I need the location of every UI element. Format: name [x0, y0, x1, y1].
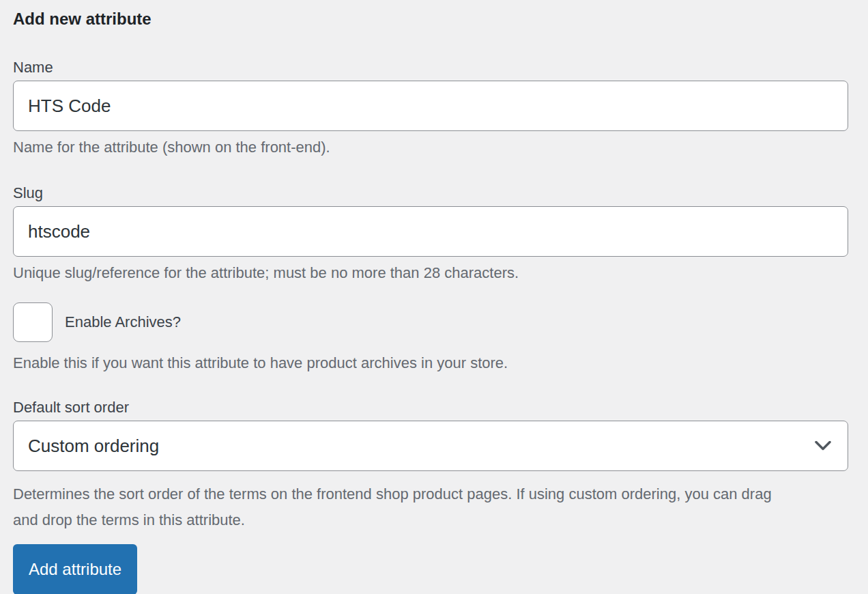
slug-input[interactable]: [13, 206, 848, 257]
name-label: Name: [13, 60, 848, 75]
default-sort-order-selected-value: Custom ordering: [28, 436, 159, 457]
enable-archives-help-text: Enable this if you want this attribute t…: [13, 353, 848, 373]
name-input[interactable]: [13, 81, 848, 131]
add-attribute-form: Add new attribute Name Name for the attr…: [0, 0, 868, 594]
enable-archives-checkbox[interactable]: [13, 302, 53, 342]
chevron-down-icon: [815, 441, 831, 451]
slug-label: Slug: [13, 186, 848, 201]
enable-archives-row: Enable Archives?: [13, 302, 848, 342]
default-sort-order-select[interactable]: Custom ordering: [13, 421, 848, 471]
default-sort-order-help-text: Determines the sort order of the terms o…: [13, 481, 798, 533]
slug-help-text: Unique slug/reference for the attribute;…: [13, 263, 848, 283]
add-attribute-button[interactable]: Add attribute: [13, 544, 137, 594]
form-title: Add new attribute: [13, 10, 848, 29]
name-help-text: Name for the attribute (shown on the fro…: [13, 137, 848, 158]
default-sort-order-label: Default sort order: [13, 400, 848, 415]
enable-archives-label: Enable Archives?: [65, 313, 181, 331]
